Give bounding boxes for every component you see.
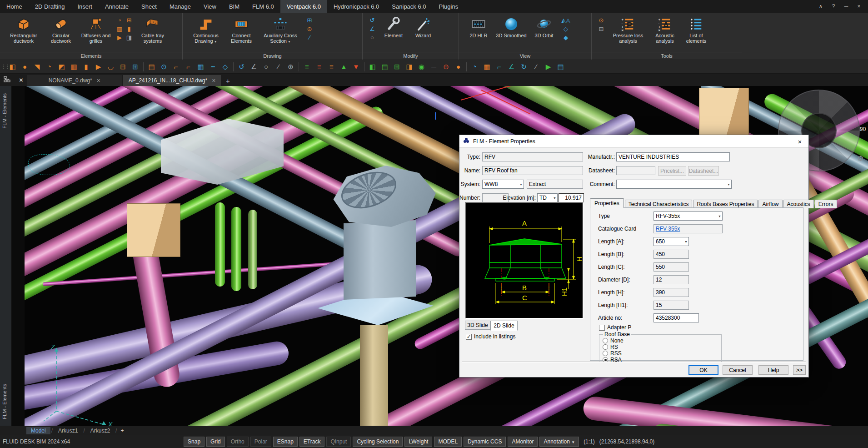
datasheet-field[interactable]	[616, 166, 655, 175]
close-drawing-icon[interactable]: ×	[19, 76, 23, 84]
connect-elements-button[interactable]: Connect Elements	[227, 15, 256, 44]
manufacturer-field[interactable]: VENTURE INDUSTRIES	[616, 152, 730, 161]
element-button[interactable]: Element	[379, 15, 408, 38]
quick-tool-icon-25[interactable]: ⊕	[284, 63, 297, 71]
list-of-elements-button[interactable]: List of elements	[682, 15, 710, 44]
continuous-drawing-button[interactable]: Continuous Drawing▼	[188, 15, 224, 45]
quick-tool-icon-37[interactable]: ◉	[415, 63, 428, 71]
quick-tool-icon-19[interactable]: ◇	[219, 63, 231, 71]
status-toggle-model[interactable]: MODEL	[434, 437, 462, 447]
sheet-tab-arkusz1[interactable]: Arkusz1	[54, 427, 82, 434]
cable-tray-systems-button[interactable]: Cable tray systems	[136, 15, 169, 44]
quick-tool-icon-44[interactable]: ⌐	[493, 63, 505, 70]
catalogue-card-link[interactable]: RFV-355x	[656, 226, 680, 232]
quick-tool-icon-36[interactable]: ◨	[403, 63, 415, 71]
quick-tool-icon-6[interactable]: ▥	[68, 63, 80, 71]
quick-tool-icon-49[interactable]: ▤	[554, 63, 567, 71]
quick-tool-icon-40[interactable]: ●	[452, 63, 464, 70]
quick-tool-icon-11[interactable]: ⊞	[129, 63, 141, 71]
flex-duct-tool-icon[interactable]: ⊞	[125, 16, 133, 24]
solid-cube-tool-icon[interactable]: ◆	[562, 34, 570, 41]
status-toggle-dynamic-ccs[interactable]: Dynamic CCS	[464, 437, 506, 447]
dialog-title-bar[interactable]: FLM - Element Properties	[459, 135, 808, 148]
roof-base-option-none[interactable]: None	[603, 337, 624, 344]
quick-tool-icon-1[interactable]: ◧	[6, 63, 19, 71]
start-tool-icon[interactable]: ▶	[115, 34, 124, 41]
quick-tool-icon-39[interactable]: ⊖	[440, 63, 452, 71]
annotation-dropdown[interactable]: Annotation ▼	[539, 437, 579, 447]
quick-tool-icon-38[interactable]: ─	[428, 63, 440, 70]
radio-rss[interactable]	[603, 351, 608, 356]
status-toggle-polar[interactable]: Polar	[250, 437, 271, 447]
visual-style-tool-icon[interactable]: ◭︎◬	[562, 16, 570, 24]
menu-tab-ventpack-6-0[interactable]: Ventpack 6.0	[280, 0, 327, 13]
dialog-tab-properties[interactable]: Properties	[590, 198, 624, 208]
group-elements-tool-icon[interactable]: ⊙	[305, 25, 314, 32]
status-toggle-esnap[interactable]: ESnap	[273, 437, 298, 447]
add-sheet-button[interactable]: +	[120, 428, 124, 434]
scale-indicator[interactable]: (1:1)	[584, 438, 595, 445]
panel-tab-flm-elements-bottom[interactable]: FLM - Elements	[2, 384, 7, 419]
menu-tab-manage[interactable]: Manage	[163, 0, 197, 13]
quick-tool-icon-45[interactable]: ∠	[505, 63, 518, 71]
wireframe-cube-tool-icon[interactable]: ◇	[562, 25, 570, 32]
article-no-field[interactable]: 43528300	[653, 313, 699, 322]
quick-tool-icon-28[interactable]: ≡	[313, 63, 325, 70]
quick-tool-icon-47[interactable]: ∕	[530, 63, 542, 70]
quick-tool-icon-4[interactable]: ◔	[43, 63, 55, 70]
document-tab-active[interactable]: AP_241216_IN...18_CHUJ.dwg* ×	[123, 75, 221, 86]
elevation-mode-combo[interactable]: TD▼	[537, 193, 558, 202]
quick-tool-icon-30[interactable]: ▲	[338, 63, 350, 70]
3d-smoothed-button[interactable]: 3D Smoothed	[496, 15, 527, 38]
menu-tab-annotate[interactable]: Annotate	[99, 0, 135, 13]
close-tab-icon[interactable]: ×	[97, 77, 100, 84]
quick-tool-icon-7[interactable]: ▮	[80, 63, 92, 71]
new-tab-button[interactable]: +	[222, 75, 234, 86]
slide-tab-3d[interactable]: 3D Slide	[465, 321, 490, 330]
close-tab-icon[interactable]: ×	[212, 77, 215, 84]
more-options-button[interactable]: >>	[793, 365, 806, 375]
include-in-listings-checkbox[interactable]: ✓	[466, 334, 472, 340]
menu-tab-view[interactable]: View	[197, 0, 223, 13]
pressure-loss-analysis-button[interactable]: +-+×P Pressure loss analysis	[609, 15, 648, 44]
include-in-listings-row[interactable]: ✓ Include in listings	[466, 333, 515, 340]
cancel-button[interactable]: Cancel	[723, 365, 753, 375]
status-toggle-amonitor[interactable]: AMonitor	[508, 437, 538, 447]
quick-tool-icon-42[interactable]: ◔	[469, 63, 481, 70]
quick-tool-icon-8[interactable]: ▶	[92, 63, 105, 71]
fitting-tool-icon[interactable]: ◔	[115, 16, 124, 24]
menu-tab-hydronicpack-6-0[interactable]: Hydronicpack 6.0	[327, 0, 385, 13]
wizard-button[interactable]: Wizard	[410, 15, 436, 38]
dropdown-caret-icon[interactable]: ▼	[214, 40, 217, 43]
tan-equipment-box[interactable]	[127, 203, 180, 257]
status-toggle-ortho[interactable]: Ortho	[227, 437, 249, 447]
quick-tool-icon-3[interactable]: ◥	[31, 63, 43, 71]
copy-element-tool-icon[interactable]: ⊞	[305, 16, 314, 24]
document-tab[interactable]: NONAME_0.dwg* ×	[27, 75, 122, 86]
rectangular-ductwork-button[interactable]: Rectangular ductwork	[5, 15, 42, 44]
pricelist-button[interactable]: Pricelist...	[658, 166, 686, 176]
collapsed-panel-strip[interactable]	[11, 86, 25, 426]
quick-tool-icon-23[interactable]: ○	[260, 63, 272, 70]
silencer-tool-icon[interactable]: ▮	[125, 25, 133, 32]
status-toggle-cycling-selection[interactable]: Cycling Selection	[353, 437, 403, 447]
minimize-icon[interactable]: ─	[840, 3, 853, 10]
help-icon[interactable]: ?	[827, 3, 840, 10]
ok-button[interactable]: OK	[688, 365, 718, 375]
quick-tool-icon-29[interactable]: ≡	[325, 63, 338, 70]
elevate-tool-icon[interactable]: ↺	[368, 16, 376, 24]
help-button[interactable]: Help	[758, 365, 788, 375]
auxiliary-cross-section-button[interactable]: Auxiliary Cross Section▼	[259, 15, 302, 45]
menu-tab-sanipack-6-0[interactable]: Sanipack 6.0	[385, 0, 432, 13]
status-toggle-etrack[interactable]: ETrack	[299, 437, 325, 447]
quick-tool-icon-21[interactable]: ↺	[235, 63, 248, 71]
dialog-tab-errors[interactable]: Errors	[815, 200, 837, 208]
quick-tool-icon-48[interactable]: ▶	[542, 63, 554, 71]
status-toggle-lweight[interactable]: LWeight	[404, 437, 432, 447]
quick-tool-icon-35[interactable]: ⊞	[391, 63, 403, 71]
extract-field[interactable]: Extract	[527, 180, 583, 189]
quick-tool-icon-33[interactable]: ◧	[366, 63, 379, 71]
name-field[interactable]: RFV Roof fan	[482, 166, 583, 175]
menu-tab-plugins[interactable]: Plugins	[433, 0, 465, 13]
circular-ductwork-button[interactable]: Circular ductwork	[45, 15, 77, 44]
